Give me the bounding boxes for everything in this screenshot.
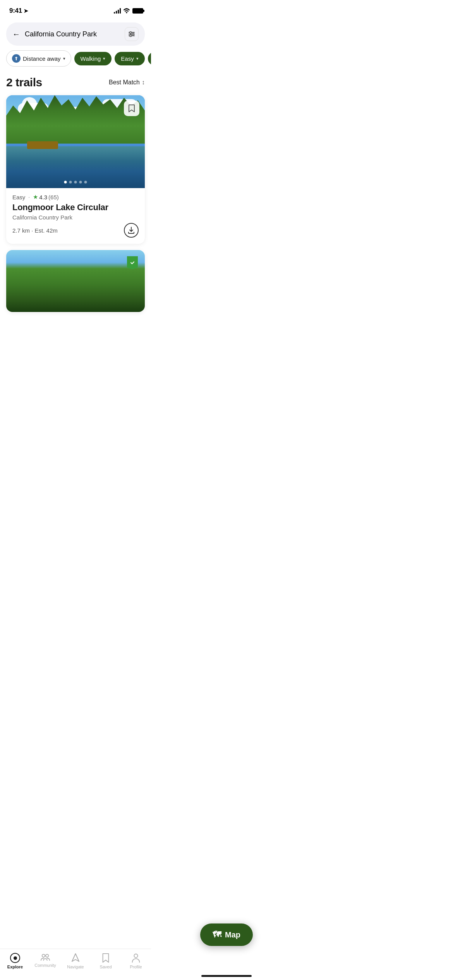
- dot-4: [79, 181, 82, 183]
- separator: ·: [28, 194, 30, 200]
- dot-5: [84, 181, 87, 183]
- image-dots: [64, 181, 87, 183]
- star-rating: ★ 4.3 (65): [33, 194, 59, 200]
- rating-count: (65): [48, 194, 59, 200]
- bookmark-icon: [128, 104, 135, 113]
- difficulty-filter-label: Easy: [121, 55, 134, 62]
- trail-stats-row: 2.7 km · Est. 42m: [12, 223, 139, 238]
- back-button[interactable]: ←: [12, 30, 20, 39]
- filter-row: Distance away ▾ Walking ▾ Easy ▾ 0 km: [0, 50, 151, 73]
- trail-park: California Country Park: [12, 214, 139, 221]
- trail-count: 2 trails: [6, 76, 42, 89]
- bookmark-button[interactable]: [124, 101, 139, 116]
- filter-icon: [128, 31, 135, 37]
- distance-filter-pill[interactable]: Distance away ▾: [6, 50, 71, 67]
- rating-number: 4.3: [39, 194, 47, 200]
- trail-stats: 2.7 km · Est. 42m: [12, 227, 58, 234]
- trail-image-1: [6, 95, 145, 188]
- activity-filter-label: Walking: [81, 55, 101, 62]
- battery-icon: [132, 8, 143, 14]
- stats-separator: ·: [31, 227, 34, 234]
- trail-difficulty: Easy: [12, 194, 25, 200]
- star-icon: ★: [33, 194, 38, 200]
- svg-point-5: [130, 35, 131, 36]
- platform-decoration: [27, 141, 58, 149]
- difficulty-filter-pill[interactable]: Easy ▾: [115, 52, 144, 65]
- sort-label: Best Match: [109, 79, 140, 86]
- activity-filter-pill[interactable]: Walking ▾: [74, 52, 112, 65]
- trail-card-1[interactable]: Easy · ★ 4.3 (65) Longmoor Lake Circular…: [6, 95, 145, 244]
- distance-chevron-icon: ▾: [63, 56, 65, 61]
- activity-chevron-icon: ▾: [103, 56, 105, 61]
- download-button[interactable]: [124, 223, 139, 238]
- status-time: 9:41: [9, 7, 22, 15]
- wifi-icon: [123, 8, 130, 14]
- status-icons: [114, 8, 143, 14]
- svg-point-3: [130, 31, 131, 33]
- dot-1: [64, 181, 67, 183]
- svg-point-4: [132, 33, 134, 35]
- bookmark-filled-icon: [127, 256, 138, 269]
- trail-meta-1: Easy · ★ 4.3 (65): [12, 194, 139, 200]
- trail-count-row: 2 trails Best Match ↕: [0, 73, 151, 95]
- filter-button[interactable]: [125, 27, 139, 41]
- distance-km-filter-pill[interactable]: 0 km: [148, 52, 151, 65]
- trail-card-2[interactable]: [6, 250, 145, 312]
- status-bar: 9:41 ➤: [0, 0, 151, 19]
- forest-background: [6, 250, 145, 312]
- dot-3: [74, 181, 77, 183]
- distance-filter-label: Distance away: [23, 55, 61, 62]
- trail-info-1: Easy · ★ 4.3 (65) Longmoor Lake Circular…: [6, 188, 145, 244]
- sort-button[interactable]: Best Match ↕: [109, 79, 145, 86]
- search-query[interactable]: California Country Park: [25, 30, 97, 38]
- distance-icon: [12, 54, 21, 63]
- check-icon: [130, 260, 135, 266]
- download-icon: [128, 227, 134, 234]
- location-arrow-icon: ➤: [24, 8, 28, 14]
- trail-image-2: [6, 250, 145, 312]
- signal-icon: [114, 8, 121, 14]
- trail-est-time: Est. 42m: [35, 227, 58, 234]
- trail-name[interactable]: Longmoor Lake Circular: [12, 202, 139, 212]
- dot-2: [69, 181, 72, 183]
- trail-distance: 2.7 km: [12, 227, 30, 234]
- sort-icon: ↕: [142, 79, 145, 86]
- search-bar[interactable]: ← California Country Park: [6, 22, 145, 46]
- saved-badge: [125, 255, 139, 270]
- difficulty-chevron-icon: ▾: [136, 56, 139, 61]
